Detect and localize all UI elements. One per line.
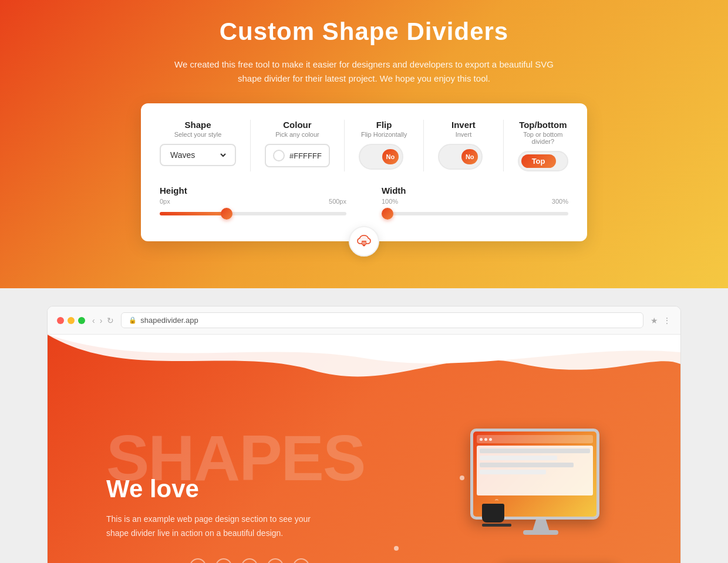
divider-4 bbox=[503, 120, 504, 171]
download-button[interactable] bbox=[349, 226, 379, 257]
browser-bar: ‹ › ↻ 🔒 shapedivider.app ★ ⋮ bbox=[48, 306, 680, 335]
dot-1 bbox=[460, 476, 464, 480]
invert-sublabel: Invert bbox=[438, 131, 488, 138]
width-min: 100% bbox=[382, 198, 398, 205]
social-row: Find us Here f in ◉ ▶ ✦ bbox=[106, 558, 365, 563]
dot-minimize[interactable] bbox=[68, 317, 75, 324]
social-youtube[interactable]: ▶ bbox=[267, 558, 284, 563]
height-label: Height bbox=[160, 186, 187, 195]
flip-group: Flip Flip Horizontally No bbox=[359, 120, 409, 170]
dot-close[interactable] bbox=[57, 317, 64, 324]
shape-sublabel: Select your style bbox=[160, 131, 236, 138]
width-max: 300% bbox=[552, 198, 568, 205]
star-icon[interactable]: ★ bbox=[651, 316, 658, 325]
flip-toggle[interactable]: No bbox=[359, 144, 403, 170]
address-bar[interactable]: 🔒 shapedivider.app bbox=[121, 312, 643, 328]
page-subtitle: We created this free tool to make it eas… bbox=[164, 58, 564, 86]
width-group: Width 100% 300% bbox=[382, 186, 568, 218]
flip-label: Flip bbox=[359, 120, 409, 130]
invert-toggle-track: No bbox=[441, 147, 479, 166]
colour-label: Colour bbox=[265, 120, 330, 130]
social-twitter[interactable]: ✦ bbox=[293, 558, 309, 563]
flip-sublabel: Flip Horizontally bbox=[359, 131, 409, 138]
height-min: 0px bbox=[160, 198, 170, 205]
social-linkedin[interactable]: in bbox=[215, 558, 232, 563]
shape-dropdown[interactable]: Waves Triangle Arrow Cloud bbox=[160, 144, 236, 166]
invert-toggle[interactable]: No bbox=[438, 144, 483, 170]
top-section: Custom Shape Dividers We created this fr… bbox=[0, 0, 728, 288]
shape-group: Shape Select your style Waves Triangle A… bbox=[160, 120, 236, 166]
browser-actions: ★ ⋮ bbox=[651, 316, 671, 325]
colour-swatch bbox=[273, 150, 285, 161]
sliders-row: Height 0px 500px Width 100% 300% bbox=[160, 186, 568, 218]
menu-icon[interactable]: ⋮ bbox=[663, 316, 671, 325]
browser-container: ‹ › ↻ 🔒 shapedivider.app ★ ⋮ bbox=[0, 288, 728, 563]
controls-row-1: Shape Select your style Waves Triangle A… bbox=[160, 120, 568, 171]
flip-toggle-track: No bbox=[362, 147, 400, 166]
height-header: Height bbox=[160, 186, 346, 195]
invert-toggle-thumb: No bbox=[461, 149, 478, 164]
topbottom-label: Top/bottom bbox=[518, 120, 568, 130]
url-text: shapedivider.app bbox=[140, 316, 198, 325]
nav-forward[interactable]: › bbox=[100, 316, 103, 325]
browser-dots bbox=[57, 317, 85, 324]
topbottom-toggle[interactable]: Top bbox=[518, 151, 568, 171]
divider-3 bbox=[423, 120, 424, 171]
lock-icon: 🔒 bbox=[129, 316, 137, 324]
divider-1 bbox=[250, 120, 251, 171]
height-slider[interactable] bbox=[160, 212, 346, 215]
preview-section: SHAPES We love This is an example web pa… bbox=[48, 335, 680, 563]
dot-2 bbox=[394, 546, 399, 551]
width-label: Width bbox=[382, 186, 406, 195]
colour-group: Colour Pick any colour #FFFFFF bbox=[265, 120, 330, 167]
preview-illustration bbox=[388, 429, 623, 563]
colour-sublabel: Pick any colour bbox=[265, 131, 330, 138]
preview-text: SHAPES We love This is an example web pa… bbox=[106, 429, 365, 563]
browser-nav: ‹ › ↻ bbox=[92, 316, 114, 325]
width-header: Width bbox=[382, 186, 568, 195]
dot-maximize[interactable] bbox=[78, 317, 85, 324]
preview-content: SHAPES We love This is an example web pa… bbox=[48, 335, 680, 563]
width-slider[interactable] bbox=[382, 212, 568, 215]
download-icon bbox=[357, 234, 371, 248]
colour-input[interactable]: #FFFFFF bbox=[265, 144, 330, 167]
invert-label: Invert bbox=[438, 120, 488, 130]
invert-group: Invert Invert No bbox=[438, 120, 488, 170]
topbottom-sublabel: Top or bottom divider? bbox=[518, 131, 568, 145]
download-container bbox=[160, 224, 568, 230]
topbottom-group: Top/bottom Top or bottom divider? Top bbox=[518, 120, 568, 171]
nav-refresh[interactable]: ↻ bbox=[107, 316, 114, 325]
topbottom-value: Top bbox=[521, 154, 556, 168]
colour-value: #FFFFFF bbox=[289, 151, 322, 160]
divider-2 bbox=[344, 120, 345, 171]
height-group: Height 0px 500px bbox=[160, 186, 346, 218]
control-panel: Shape Select your style Waves Triangle A… bbox=[141, 103, 587, 241]
page-title: Custom Shape Dividers bbox=[12, 18, 716, 46]
shape-label: Shape bbox=[160, 120, 236, 130]
nav-back[interactable]: ‹ bbox=[92, 316, 95, 325]
browser-mockup: ‹ › ↻ 🔒 shapedivider.app ★ ⋮ bbox=[47, 306, 681, 563]
social-instagram[interactable]: ◉ bbox=[241, 558, 258, 563]
flip-toggle-thumb: No bbox=[382, 149, 399, 164]
coffee-cup bbox=[482, 499, 511, 527]
preview-description: This is an example web page design secti… bbox=[106, 513, 329, 541]
shape-select[interactable]: Waves Triangle Arrow Cloud bbox=[168, 150, 228, 160]
height-max: 500px bbox=[329, 198, 346, 205]
social-facebook[interactable]: f bbox=[190, 558, 206, 563]
